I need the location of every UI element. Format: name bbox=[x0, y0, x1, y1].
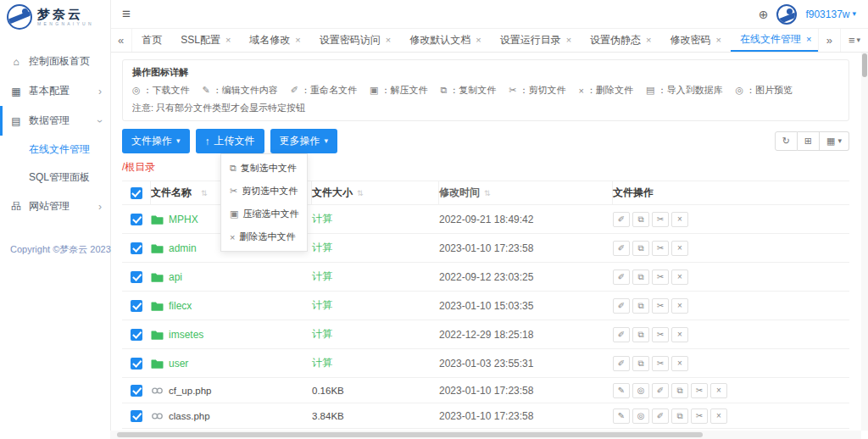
col-header-size[interactable]: 文件大小 ⇅ bbox=[312, 181, 439, 204]
close-icon[interactable]: × bbox=[295, 36, 300, 45]
copy-button[interactable]: ⧉ bbox=[632, 327, 649, 342]
columns-button[interactable]: ▦ ▾ bbox=[820, 131, 849, 151]
cut-button[interactable]: ✂ bbox=[652, 298, 669, 314]
close-icon[interactable]: × bbox=[806, 35, 811, 44]
copy-button[interactable]: ⧉ bbox=[632, 298, 649, 314]
scrollbar-thumb[interactable] bbox=[862, 53, 867, 77]
file-name-link[interactable]: class.php bbox=[169, 411, 210, 421]
delete-button[interactable]: × bbox=[710, 383, 727, 398]
menu-item-zip[interactable]: ▣压缩选中文件 bbox=[221, 203, 307, 225]
menu-item-cut[interactable]: ✂剪切选中文件 bbox=[221, 180, 307, 203]
cut-button[interactable]: ✂ bbox=[652, 241, 669, 256]
calc-size-link[interactable]: 计算 bbox=[312, 270, 332, 282]
delete-button[interactable]: × bbox=[671, 270, 688, 285]
cut-button[interactable]: ✂ bbox=[652, 327, 669, 342]
tab-chpass[interactable]: 修改密码 × bbox=[661, 29, 731, 52]
menu-item-delete[interactable]: ×删除选中文件 bbox=[221, 225, 307, 248]
scroll-left-icon[interactable]: « bbox=[110, 29, 132, 52]
tab-home[interactable]: 首页 bbox=[132, 29, 171, 52]
toggle-view-button[interactable]: ⊞ bbox=[798, 131, 820, 151]
edit-button[interactable]: ✎ bbox=[613, 383, 630, 398]
delete-button[interactable]: × bbox=[671, 327, 688, 342]
copy-button[interactable]: ⧉ bbox=[632, 356, 649, 371]
row-checkbox[interactable] bbox=[131, 271, 142, 283]
rename-button[interactable]: ✐ bbox=[613, 241, 630, 256]
edit-button[interactable]: ✎ bbox=[613, 408, 630, 424]
sidebar-item-basic[interactable]: ▦ 基本配置 › bbox=[0, 76, 110, 106]
tab-rewrite[interactable]: 设置伪静态 × bbox=[581, 29, 660, 52]
row-checkbox[interactable] bbox=[131, 214, 142, 225]
row-checkbox[interactable] bbox=[131, 329, 142, 341]
select-all-checkbox[interactable] bbox=[131, 187, 142, 199]
brand[interactable]: 梦奈云 M E N G N A I Y U N bbox=[0, 0, 110, 35]
delete-button[interactable]: × bbox=[671, 298, 688, 314]
sidebar-item-data[interactable]: ▤ 数据管理 › bbox=[0, 106, 110, 136]
download-button[interactable]: ◎ bbox=[632, 408, 649, 424]
calc-size-link[interactable]: 计算 bbox=[312, 213, 332, 225]
row-checkbox[interactable] bbox=[131, 242, 142, 254]
rename-button[interactable]: ✐ bbox=[652, 408, 669, 424]
sidebar-subitem-sql[interactable]: SQL管理面板 bbox=[0, 164, 110, 192]
cut-button[interactable]: ✂ bbox=[652, 212, 669, 227]
col-header-mtime[interactable]: 修改时间 ⇅ bbox=[439, 181, 613, 204]
rename-button[interactable]: ✐ bbox=[613, 270, 630, 285]
file-name-link[interactable]: MPHX bbox=[169, 214, 198, 225]
username-dropdown[interactable]: f903137w ▾ bbox=[805, 8, 856, 20]
close-icon[interactable]: × bbox=[476, 36, 481, 45]
globe-icon[interactable]: ⊕ bbox=[759, 8, 769, 21]
sidebar-item-home[interactable]: ⌂ 控制面板首页 bbox=[0, 47, 110, 76]
file-name-link[interactable]: user bbox=[169, 358, 188, 370]
calc-size-link[interactable]: 计算 bbox=[312, 328, 332, 340]
close-icon[interactable]: × bbox=[225, 36, 231, 45]
row-checkbox[interactable] bbox=[131, 300, 142, 312]
rename-button[interactable]: ✐ bbox=[613, 298, 630, 314]
copy-button[interactable]: ⧉ bbox=[632, 212, 649, 227]
tab-ssl[interactable]: SSL配置 × bbox=[171, 29, 240, 52]
file-name-link[interactable]: imsetes bbox=[169, 329, 203, 341]
scroll-right-icon[interactable]: » bbox=[818, 29, 840, 52]
row-checkbox[interactable] bbox=[131, 410, 142, 422]
cut-button[interactable]: ✂ bbox=[691, 383, 708, 398]
calc-size-link[interactable]: 计算 bbox=[312, 299, 332, 311]
close-icon[interactable]: × bbox=[646, 36, 651, 45]
refresh-button[interactable]: ↻ bbox=[775, 131, 798, 151]
delete-button[interactable]: × bbox=[671, 356, 688, 371]
sidebar-item-site[interactable]: 品 网站管理 › bbox=[0, 192, 110, 221]
calc-size-link[interactable]: 计算 bbox=[312, 357, 332, 369]
avatar[interactable] bbox=[776, 4, 797, 25]
file-name-link[interactable]: filecx bbox=[169, 300, 192, 312]
tab-domain[interactable]: 域名修改 × bbox=[240, 29, 309, 52]
file-name-link[interactable]: admin bbox=[169, 242, 197, 254]
rename-button[interactable]: ✐ bbox=[613, 327, 630, 342]
vertical-scrollbar[interactable] bbox=[861, 53, 868, 431]
upload-button[interactable]: ↑ 上传文件 bbox=[196, 129, 264, 153]
scrollbar-thumb[interactable] bbox=[117, 432, 703, 437]
more-ops-button[interactable]: 更多操作 ▾ bbox=[270, 129, 338, 153]
download-button[interactable]: ◎ bbox=[632, 383, 649, 398]
row-checkbox[interactable] bbox=[131, 385, 142, 397]
copy-button[interactable]: ⧉ bbox=[671, 383, 688, 398]
delete-button[interactable]: × bbox=[671, 241, 688, 256]
copy-button[interactable]: ⧉ bbox=[632, 241, 649, 256]
file-name-link[interactable]: cf_up.php bbox=[169, 386, 212, 396]
tab-passaccess[interactable]: 设置密码访问 × bbox=[310, 29, 400, 52]
delete-button[interactable]: × bbox=[671, 212, 688, 227]
rename-button[interactable]: ✐ bbox=[652, 383, 669, 398]
row-checkbox[interactable] bbox=[131, 358, 142, 370]
file-ops-button[interactable]: 文件操作 ▾ bbox=[122, 129, 190, 153]
copy-button[interactable]: ⧉ bbox=[632, 270, 649, 285]
calc-size-link[interactable]: 计算 bbox=[312, 242, 332, 253]
cut-button[interactable]: ✂ bbox=[691, 408, 708, 424]
close-icon[interactable]: × bbox=[566, 36, 571, 45]
tab-options-button[interactable]: ≡ ▾ bbox=[840, 29, 868, 52]
menu-item-copy[interactable]: ⧉复制选中文件 bbox=[221, 157, 307, 180]
file-name-link[interactable]: api bbox=[169, 271, 182, 283]
cut-button[interactable]: ✂ bbox=[652, 356, 669, 371]
tab-files[interactable]: 在线文件管理 × bbox=[731, 29, 818, 52]
hamburger-icon[interactable]: ≡ bbox=[122, 7, 131, 21]
delete-button[interactable]: × bbox=[710, 408, 727, 424]
tab-defaultdoc[interactable]: 修改默认文档 × bbox=[400, 29, 490, 52]
close-icon[interactable]: × bbox=[386, 36, 391, 45]
horizontal-scrollbar[interactable] bbox=[110, 431, 861, 439]
rename-button[interactable]: ✐ bbox=[613, 356, 630, 371]
